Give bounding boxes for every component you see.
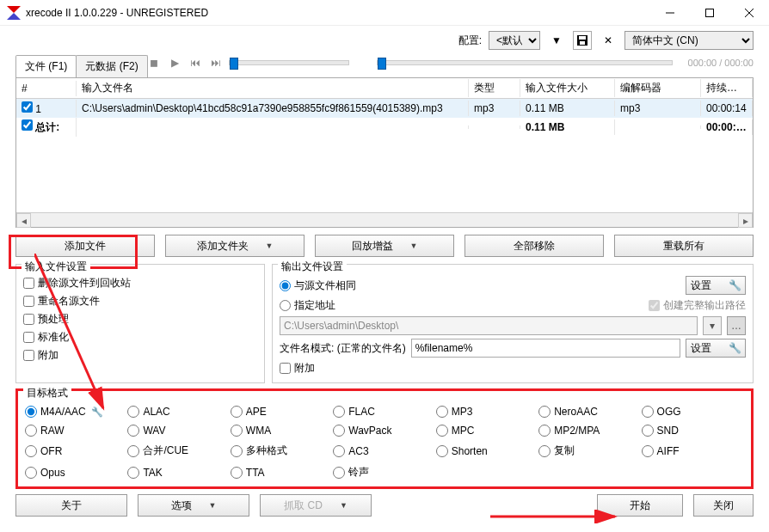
browse-output-button[interactable]: … bbox=[727, 316, 746, 335]
format-radio[interactable] bbox=[436, 445, 448, 457]
col-dur[interactable]: 持续时间 bbox=[701, 79, 753, 97]
prev-button[interactable]: ⏮ bbox=[188, 55, 203, 70]
scroll-right-icon[interactable]: ▸ bbox=[738, 213, 753, 228]
format-radio[interactable] bbox=[25, 445, 37, 457]
format-alac[interactable]: ALAC bbox=[127, 406, 230, 418]
profile-dropdown-icon[interactable]: ▼ bbox=[547, 31, 566, 50]
output-settings-button[interactable]: 设置🔧 bbox=[686, 276, 746, 295]
delete-profile-button[interactable]: ✕ bbox=[599, 31, 618, 50]
format-ogg[interactable]: OGG bbox=[642, 406, 744, 418]
options-button[interactable]: 选项 bbox=[138, 494, 249, 517]
output-path-dropdown[interactable]: ▾ bbox=[703, 316, 722, 335]
format-radio[interactable] bbox=[127, 467, 139, 479]
format-mp3[interactable]: MP3 bbox=[436, 406, 538, 418]
format-radio[interactable] bbox=[538, 445, 551, 457]
format-tak[interactable]: TAK bbox=[127, 465, 230, 480]
format-raw[interactable]: RAW bbox=[25, 425, 127, 437]
format-radio[interactable] bbox=[333, 467, 345, 479]
format-snd[interactable]: SND bbox=[642, 425, 744, 437]
format-wav[interactable]: WAV bbox=[127, 425, 230, 437]
close-app-button[interactable]: 关闭 bbox=[693, 494, 754, 517]
format-radio[interactable] bbox=[642, 406, 654, 418]
format--[interactable]: 复制 bbox=[538, 443, 641, 458]
horizontal-scrollbar[interactable]: ◂ ▸ bbox=[16, 212, 753, 227]
total-checkbox[interactable] bbox=[22, 119, 33, 131]
format-aiff[interactable]: AIFF bbox=[642, 443, 744, 458]
col-name[interactable]: 输入文件名 bbox=[77, 79, 469, 97]
close-button[interactable] bbox=[729, 0, 769, 26]
format--cue[interactable]: 合并/CUE bbox=[127, 443, 230, 458]
output-append-checkbox[interactable] bbox=[280, 363, 291, 374]
format-ape[interactable]: APE bbox=[231, 406, 333, 418]
format-radio[interactable] bbox=[231, 406, 243, 418]
preprocess-checkbox[interactable] bbox=[23, 314, 34, 325]
scroll-left-icon[interactable]: ◂ bbox=[16, 213, 31, 228]
format--[interactable]: 铃声 bbox=[333, 465, 435, 480]
col-type[interactable]: 类型 bbox=[469, 79, 520, 97]
format-wavpack[interactable]: WavPack bbox=[333, 425, 435, 437]
filename-settings-button[interactable]: 设置🔧 bbox=[686, 339, 746, 358]
next-button[interactable]: ⏭ bbox=[208, 55, 224, 70]
language-select[interactable]: 简体中文 (CN) bbox=[624, 31, 754, 50]
volume-slider[interactable] bbox=[229, 60, 349, 65]
format-radio[interactable] bbox=[538, 406, 551, 418]
specify-address-radio[interactable] bbox=[280, 300, 291, 311]
format-ac3[interactable]: AC3 bbox=[333, 443, 435, 458]
format--[interactable]: 多种格式 bbox=[231, 443, 333, 458]
format-radio[interactable] bbox=[538, 425, 551, 437]
about-button[interactable]: 关于 bbox=[15, 494, 127, 517]
format-mpc[interactable]: MPC bbox=[436, 425, 538, 437]
format-radio[interactable] bbox=[333, 445, 345, 457]
input-append-checkbox[interactable] bbox=[23, 350, 34, 361]
format-mp2-mpa[interactable]: MP2/MPA bbox=[538, 425, 641, 437]
tab-files[interactable]: 文件 (F1) bbox=[15, 55, 77, 77]
wrench-icon[interactable]: 🔧 bbox=[91, 407, 103, 418]
format-radio[interactable] bbox=[127, 445, 139, 457]
format-shorten[interactable]: Shorten bbox=[436, 443, 538, 458]
add-file-button[interactable]: 添加文件 bbox=[15, 235, 155, 257]
row-checkbox[interactable] bbox=[22, 101, 33, 113]
col-hash[interactable]: # bbox=[16, 81, 77, 96]
filename-mode-input[interactable] bbox=[411, 339, 680, 358]
format-neroaac[interactable]: NeroAAC bbox=[538, 406, 641, 418]
format-radio[interactable] bbox=[642, 445, 654, 457]
format-radio[interactable] bbox=[333, 406, 345, 418]
add-folder-button[interactable]: 添加文件夹 bbox=[165, 235, 305, 257]
format-ofr[interactable]: OFR bbox=[25, 443, 127, 458]
format-radio[interactable] bbox=[642, 425, 654, 437]
minimize-button[interactable] bbox=[650, 0, 690, 26]
format-radio[interactable] bbox=[25, 425, 37, 437]
format-tta[interactable]: TTA bbox=[231, 465, 333, 480]
format-radio[interactable] bbox=[25, 406, 37, 418]
profile-select[interactable]: <默认> bbox=[489, 31, 540, 50]
col-enc[interactable]: 编解码器 bbox=[615, 79, 701, 97]
format-opus[interactable]: Opus bbox=[25, 465, 127, 480]
format-radio[interactable] bbox=[127, 425, 139, 437]
format-radio[interactable] bbox=[231, 445, 243, 457]
rename-source-checkbox[interactable] bbox=[23, 296, 34, 307]
save-profile-button[interactable] bbox=[573, 31, 592, 50]
format-m4a-aac[interactable]: M4A/AAC🔧 bbox=[25, 406, 127, 418]
remove-all-button[interactable]: 全部移除 bbox=[464, 235, 604, 257]
col-size[interactable]: 输入文件大小 bbox=[520, 79, 615, 97]
play-button[interactable]: ▶ bbox=[167, 55, 182, 70]
maximize-button[interactable] bbox=[690, 0, 729, 26]
reload-all-button[interactable]: 重载所有 bbox=[614, 235, 754, 257]
stop-button[interactable]: ◼ bbox=[146, 55, 162, 70]
tab-metadata[interactable]: 元数据 (F2) bbox=[76, 55, 147, 77]
format-radio[interactable] bbox=[25, 467, 37, 479]
format-radio[interactable] bbox=[333, 425, 345, 437]
replay-gain-button[interactable]: 回放增益 bbox=[315, 235, 454, 257]
start-button[interactable]: 开始 bbox=[597, 494, 683, 517]
seek-slider[interactable] bbox=[377, 60, 673, 65]
format-radio[interactable] bbox=[436, 406, 448, 418]
delete-to-recycle-checkbox[interactable] bbox=[23, 278, 34, 289]
same-as-source-radio[interactable] bbox=[280, 280, 291, 291]
format-radio[interactable] bbox=[231, 467, 243, 479]
format-flac[interactable]: FLAC bbox=[333, 406, 435, 418]
format-wma[interactable]: WMA bbox=[231, 425, 333, 437]
table-row[interactable]: 1 C:\Users\admin\Desktop\41bcd58c91a7390… bbox=[16, 99, 753, 118]
normalize-checkbox[interactable] bbox=[23, 332, 34, 343]
format-radio[interactable] bbox=[127, 406, 139, 418]
format-radio[interactable] bbox=[231, 425, 243, 437]
